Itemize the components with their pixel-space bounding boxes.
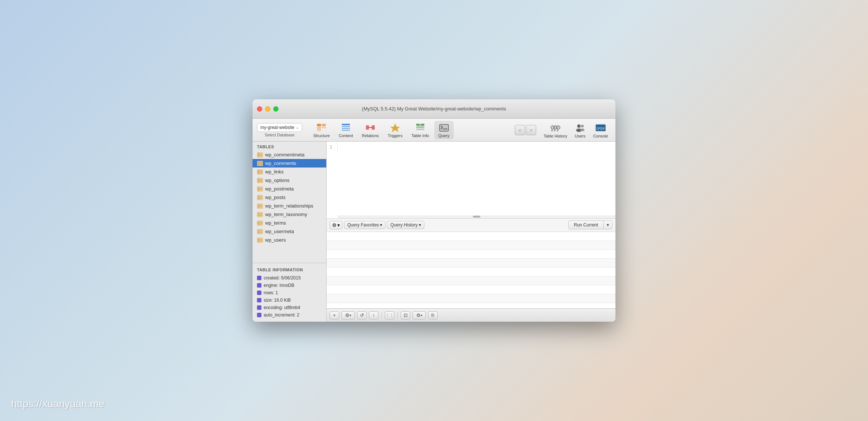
result-row (327, 232, 615, 241)
relations-label: Relations (362, 133, 379, 138)
svg-rect-9 (342, 130, 350, 131)
svg-rect-20 (440, 125, 448, 131)
export-button[interactable]: ↑ (369, 311, 378, 319)
svg-rect-59 (257, 186, 263, 192)
query-history-button[interactable]: Query History ▾ (387, 221, 424, 229)
bottom-toolbar: + ⚙ ▾ ↺ ↑ ⋮⋮ ⊡ ⚙ (327, 308, 615, 322)
result-row (327, 241, 615, 250)
table-history-icon (550, 122, 561, 133)
editor-input-area[interactable] (338, 142, 615, 218)
table-name-wp_terms: wp_terms (265, 220, 286, 226)
users-button[interactable]: Users (572, 120, 589, 140)
settings-icon: ⚙ (345, 312, 350, 318)
table-name-wp_postmeta: wp_postmeta (265, 186, 294, 192)
table-item-wp_term_relationships[interactable]: wp_term_relationships (253, 202, 326, 210)
svg-point-28 (557, 126, 560, 129)
forward-button[interactable]: › (526, 125, 536, 135)
table-item-wp_terms[interactable]: wp_terms (253, 219, 326, 227)
toolbar-triggers-button[interactable]: Triggers (384, 121, 406, 139)
svg-rect-67 (257, 203, 263, 209)
horizontal-scrollbar[interactable] (338, 215, 615, 218)
triggers-label: Triggers (388, 133, 403, 138)
scrollbar-thumb[interactable] (473, 216, 480, 218)
svg-point-13 (368, 127, 370, 128)
svg-rect-71 (257, 212, 263, 217)
tables-section-title: TABLES (253, 142, 326, 150)
svg-rect-83 (257, 238, 263, 243)
copy-icon: ⎘ (431, 312, 434, 318)
svg-rect-7 (342, 126, 350, 127)
table-item-wp_posts[interactable]: wp_posts (253, 193, 326, 202)
add-row-button[interactable]: + (330, 311, 339, 319)
query-editor[interactable]: 1 (327, 142, 615, 219)
info-rows: rows: 1 (253, 289, 326, 296)
select-database-label: Select Database (265, 133, 295, 137)
toolbar-content-button[interactable]: Content (335, 121, 357, 139)
table-list: wp_commentmeta wp_comments wp_links wp_o… (253, 150, 326, 263)
toolbar-query-button[interactable]: Query (434, 121, 454, 139)
toolbar-relations-button[interactable]: Relations (358, 121, 383, 139)
table-item-wp_comments[interactable]: wp_comments (253, 159, 326, 168)
toolbar-separator-2 (397, 312, 398, 319)
toolbar-tableinfo-button[interactable]: Table Info (408, 121, 433, 139)
run-current-main[interactable]: Run Current (569, 221, 604, 229)
table-item-wp_users[interactable]: wp_users (253, 236, 326, 244)
table-name-wp_comments: wp_comments (265, 160, 296, 166)
structure-label: Structure (313, 133, 330, 138)
vertical-dots-button[interactable]: ⋮⋮ (385, 311, 394, 319)
tableinfo-label: Table Info (411, 133, 429, 138)
svg-rect-51 (257, 169, 263, 175)
query-history-arrow: ▾ (419, 222, 421, 228)
content-label: Content (339, 133, 353, 138)
svg-point-37 (581, 125, 584, 127)
table-item-wp_links[interactable]: wp_links (253, 168, 326, 176)
run-current-button[interactable]: Run Current ▼ (568, 221, 612, 229)
query-gear-button[interactable]: ⚙ ▾ (330, 221, 343, 229)
table-name-wp_options: wp_options (265, 178, 290, 183)
traffic-lights (257, 106, 278, 112)
svg-rect-18 (416, 129, 424, 130)
result-row (327, 250, 615, 259)
table-history-button[interactable]: Table History (541, 120, 570, 140)
info-engine: engine: InnoDB (253, 282, 326, 289)
run-current-arrow[interactable]: ▼ (604, 221, 612, 229)
result-row (327, 259, 615, 268)
minimize-button[interactable] (265, 106, 270, 112)
close-button[interactable] (257, 106, 262, 112)
table-item-wp_term_taxonomy[interactable]: wp_term_taxonomy (253, 210, 326, 219)
svg-marker-15 (390, 123, 400, 132)
db-dropdown[interactable]: my-great-website ⌄ (257, 123, 302, 132)
query-history-label: Query History (390, 222, 417, 228)
query-favorites-arrow: ▾ (380, 222, 382, 228)
svg-rect-0 (317, 124, 321, 126)
query-toolbar: ⚙ ▾ Query Favorites ▾ Query History ▾ Ru… (327, 219, 615, 232)
info-size: size: 16.0 KiB (253, 296, 326, 304)
svg-rect-8 (342, 128, 350, 129)
maximize-button[interactable] (273, 106, 278, 112)
db-selector: my-great-website ⌄ Select Database (257, 123, 302, 137)
table-item-wp_commentmeta[interactable]: wp_commentmeta (253, 150, 326, 159)
table-item-wp_options[interactable]: wp_options (253, 176, 326, 185)
info-created: created: 5/06/2015 (253, 274, 326, 282)
refresh-button[interactable]: ↺ (357, 311, 367, 319)
refresh-icon: ↺ (360, 312, 364, 318)
table-item-wp_postmeta[interactable]: wp_postmeta (253, 185, 326, 193)
console-button[interactable]: conso le off Console (590, 120, 611, 140)
table-name-wp_posts: wp_posts (265, 195, 286, 200)
content-icon (341, 122, 351, 133)
toolbar-structure-button[interactable]: Structure (310, 121, 334, 139)
line-numbers: 1 (327, 142, 338, 153)
query-favorites-button[interactable]: Query Favorites ▾ (344, 221, 385, 229)
back-button[interactable]: ‹ (515, 125, 525, 135)
svg-rect-75 (257, 221, 263, 226)
image-button[interactable]: ⊡ (401, 311, 410, 319)
table-item-wp_usermeta[interactable]: wp_usermeta (253, 227, 326, 236)
settings-button[interactable]: ⚙ ▾ (341, 311, 355, 319)
gear-icon: ⚙ (332, 222, 337, 228)
nav-buttons: ‹ › (515, 125, 536, 135)
table-name-wp_term_relationships: wp_term_relationships (265, 203, 313, 209)
copy-button[interactable]: ⎘ (428, 311, 438, 319)
filter-button[interactable]: ⚙ ▾ (413, 311, 426, 319)
filter-arrow: ▾ (421, 314, 423, 317)
watermark: https://xuanyuan.me (11, 398, 104, 410)
